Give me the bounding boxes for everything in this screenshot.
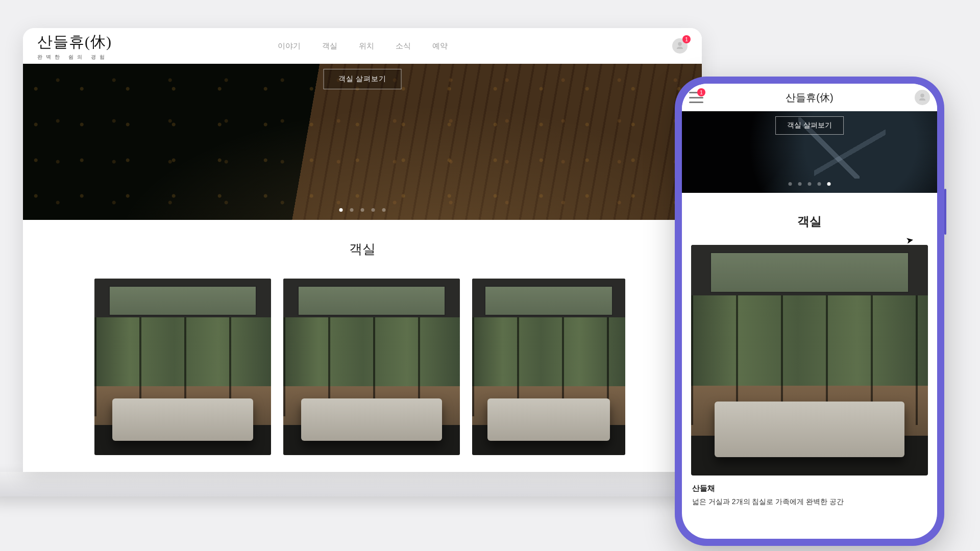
menu-button[interactable]: 1 <box>689 92 703 103</box>
nav-item-news[interactable]: 소식 <box>396 41 411 51</box>
mobile-carousel-dots <box>789 182 831 186</box>
laptop-device: 산들휴(休) 완벽한 쉼의 경험 이야기 객실 위치 소식 예약 1 객실 살펴… <box>23 28 702 497</box>
room-card[interactable] <box>472 279 625 455</box>
desktop-header: 산들휴(休) 완벽한 쉼의 경험 이야기 객실 위치 소식 예약 1 <box>23 28 702 64</box>
brand-logo[interactable]: 산들휴(休) 완벽한 쉼의 경험 <box>37 32 112 61</box>
room-image-bed <box>715 402 904 457</box>
avatar-icon[interactable] <box>915 90 930 105</box>
room-card[interactable] <box>94 279 271 455</box>
notification-badge: 1 <box>682 35 691 43</box>
rooms-section: 객실 <box>23 220 702 455</box>
room-image-bed <box>112 398 254 441</box>
phone-device: 1 산들휴(休) 객실 살펴보기 객실 산들채 <box>675 77 944 546</box>
nav-item-book[interactable]: 예약 <box>432 41 448 51</box>
mobile-viewport: 1 산들휴(休) 객실 살펴보기 객실 산들채 <box>682 84 937 539</box>
hero-carousel[interactable]: 객실 살펴보기 <box>23 64 702 220</box>
mobile-room-caption: 산들채 넓은 거실과 2개의 침실로 가족에게 완벽한 공간 <box>682 475 937 507</box>
mobile-title: 산들휴(休) <box>786 91 833 105</box>
cursor-icon: ➤ <box>905 234 915 246</box>
carousel-dot[interactable] <box>808 182 812 186</box>
carousel-dot[interactable] <box>350 208 354 212</box>
mobile-hero-carousel[interactable]: 객실 살펴보기 <box>682 111 937 193</box>
nav-item-location[interactable]: 위치 <box>359 41 374 51</box>
nav-item-rooms[interactable]: 객실 <box>322 41 337 51</box>
room-image-bed <box>487 398 610 441</box>
carousel-dot[interactable] <box>789 182 792 186</box>
mobile-room-card[interactable] <box>691 245 928 475</box>
brand-title: 산들휴(休) <box>37 32 112 53</box>
carousel-dot[interactable] <box>372 208 375 212</box>
carousel-dot[interactable] <box>339 208 343 212</box>
rooms-heading: 객실 <box>23 240 702 258</box>
room-card[interactable] <box>283 279 460 455</box>
carousel-dot[interactable] <box>827 182 831 186</box>
carousel-dot[interactable] <box>361 208 364 212</box>
primary-nav: 이야기 객실 위치 소식 예약 <box>278 41 448 51</box>
nav-item-story[interactable]: 이야기 <box>278 41 301 51</box>
room-image-bed <box>301 398 443 441</box>
mobile-room-desc: 넓은 거실과 2개의 침실로 가족에게 완벽한 공간 <box>692 496 927 507</box>
carousel-dot[interactable] <box>818 182 821 186</box>
notification-badge: 1 <box>697 88 705 96</box>
brand-subtitle: 완벽한 쉼의 경험 <box>37 54 112 61</box>
account-menu[interactable]: 1 <box>672 38 688 54</box>
mobile-header: 1 산들휴(休) <box>682 84 937 111</box>
carousel-dot[interactable] <box>798 182 802 186</box>
hero-cta-button[interactable]: 객실 살펴보기 <box>324 69 402 89</box>
carousel-dots <box>339 208 386 212</box>
laptop-base <box>0 472 743 496</box>
desktop-viewport: 산들휴(休) 완벽한 쉼의 경험 이야기 객실 위치 소식 예약 1 객실 살펴… <box>23 28 702 472</box>
mobile-hero-cta-button[interactable]: 객실 살펴보기 <box>775 116 844 135</box>
mobile-rooms-heading: 객실 <box>682 213 937 230</box>
mobile-room-title: 산들채 <box>692 484 927 493</box>
carousel-dot[interactable] <box>382 208 386 212</box>
rooms-grid <box>23 258 702 455</box>
